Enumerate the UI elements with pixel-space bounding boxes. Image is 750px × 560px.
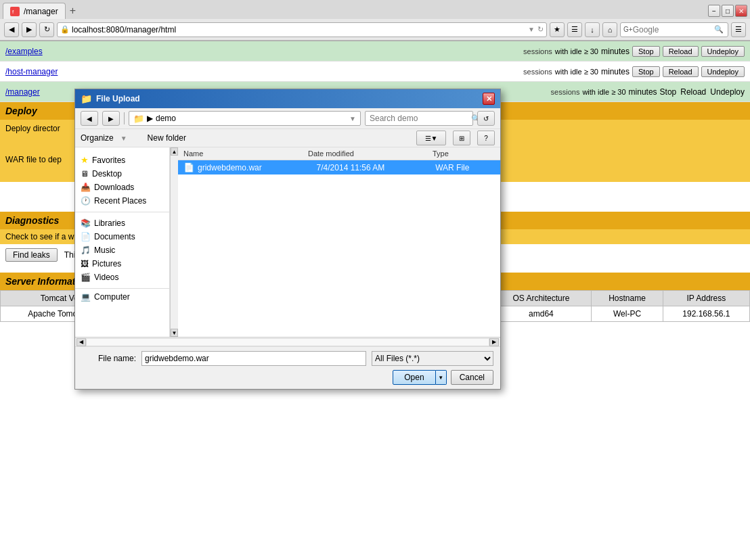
filename-input[interactable] [141, 351, 366, 366]
restore-button[interactable]: □ [722, 5, 734, 17]
cancel-button[interactable]: Cancel [451, 370, 493, 385]
tab-favicon: f [10, 7, 20, 16]
documents-icon: 📄 [81, 232, 91, 241]
help-btn[interactable]: ? [477, 131, 495, 145]
music-icon: 🎵 [81, 246, 91, 255]
sidebar-libraries-header: 📚 Libraries [75, 216, 169, 230]
sidebar-item-desktop[interactable]: 🖥 Desktop [75, 167, 169, 181]
sidebar-downloads-label: Downloads [94, 183, 134, 192]
sidebar-scrollbar[interactable]: ▲ ▼ [170, 147, 178, 337]
col-header-date[interactable]: Date modified [308, 149, 433, 158]
address-bar-container: 🔒 ▼ ↻ [57, 22, 547, 37]
sidebar-item-downloads[interactable]: 📥 Downloads [75, 181, 169, 194]
downloads-icon: 📥 [81, 183, 91, 192]
menu-button[interactable]: ☰ [731, 22, 746, 37]
sidebar-recent-label: Recent Places [94, 196, 146, 206]
search-input[interactable] [633, 25, 714, 34]
dialog-forward-button[interactable]: ▶ [102, 111, 120, 126]
sidebar-sep-2 [75, 288, 169, 289]
dialog-sidebar: ★ Favorites 🖥 Desktop 📥 Downloads [75, 147, 170, 337]
refresh-icon[interactable]: ↻ [537, 25, 544, 34]
col-header-name[interactable]: Name [183, 149, 308, 158]
filename-row: File name: All Files (*.*) [82, 351, 493, 366]
favorites-icon: ★ [81, 155, 89, 165]
close-button[interactable]: ✕ [735, 5, 747, 17]
scroll-down-btn[interactable]: ▼ [171, 329, 178, 337]
dialog-toolbar: ◀ ▶ 📁 ▶ demo ▼ 🔍 ↺ [75, 108, 500, 129]
sidebar-item-pictures[interactable]: 🖼 Pictures [75, 257, 169, 271]
dialog-overlay: 📁 File Upload ✕ ◀ ▶ 📁 ▶ demo ▼ [0, 41, 750, 560]
lock-icon: 🔒 [60, 25, 70, 34]
dialog-back-button[interactable]: ◀ [81, 111, 98, 126]
window-controls: − □ ✕ [708, 5, 747, 17]
file-name: gridwebdemo.war [198, 163, 317, 172]
back-button[interactable]: ◀ [4, 22, 19, 37]
tab-bar: f /manager + − □ ✕ [0, 0, 750, 19]
dialog-refresh-button[interactable]: ↺ [477, 111, 495, 126]
history-button[interactable]: ☰ [567, 22, 582, 37]
organize-menu[interactable]: Organize [81, 133, 114, 143]
sidebar-item-recent[interactable]: 🕐 Recent Places [75, 194, 169, 208]
favorites-section: ★ Favorites 🖥 Desktop 📥 Downloads [75, 150, 169, 210]
desktop-icon: 🖥 [81, 169, 89, 179]
address-input[interactable] [72, 25, 527, 34]
dialog-close-button[interactable]: ✕ [483, 93, 495, 105]
dialog-bottom: File name: All Files (*.*) Open ▼ Cancel [75, 346, 500, 389]
open-dropdown-button[interactable]: ▼ [436, 370, 447, 385]
horizontal-scrollbar[interactable]: ◀ ▶ [75, 337, 500, 346]
sidebar-videos-label: Videos [94, 273, 118, 282]
open-btn-group: Open ▼ [393, 370, 446, 385]
filename-label: File name: [82, 354, 136, 363]
dropdown-arrow-icon[interactable]: ▼ [528, 26, 535, 33]
minimize-button[interactable]: − [708, 5, 720, 17]
dialog-body: ★ Favorites 🖥 Desktop 📥 Downloads [75, 147, 500, 337]
nav-bar: ◀ ▶ ↻ 🔒 ▼ ↻ ★ ☰ ↓ ⌂ G+ 🔍 ☰ [0, 19, 750, 41]
recent-icon: 🕐 [81, 196, 91, 206]
new-folder-menu[interactable]: New folder [148, 133, 186, 143]
download-button[interactable]: ↓ [585, 22, 600, 37]
search-icon[interactable]: 🔍 [714, 25, 724, 34]
dialog-search-input[interactable] [370, 114, 471, 123]
new-tab-button[interactable]: + [66, 5, 80, 17]
forward-button[interactable]: ▶ [22, 22, 37, 37]
col-header-type[interactable]: Type [433, 149, 495, 158]
reload-nav-button[interactable]: ↻ [39, 22, 54, 37]
videos-icon: 🎬 [81, 273, 91, 282]
sidebar-documents-label: Documents [94, 232, 135, 241]
filetype-select[interactable]: All Files (*.*) [372, 351, 493, 366]
dialog-title-text: File Upload [96, 94, 140, 103]
dialog-action-row: Open ▼ Cancel [82, 370, 493, 385]
search-container: G+ 🔍 [620, 22, 728, 37]
file-upload-dialog: 📁 File Upload ✕ ◀ ▶ 📁 ▶ demo ▼ [74, 89, 501, 390]
sidebar-music-label: Music [94, 246, 115, 255]
libraries-section: 📚 Libraries 📄 Documents 🎵 Music [75, 214, 169, 287]
list-item[interactable]: 📄 gridwebdemo.war 7/4/2014 11:56 AM WAR … [178, 160, 500, 174]
file-icon: 📄 [183, 162, 194, 172]
dialog-menubar: Organize ▼ New folder ☰▼ ⊞ ? [75, 129, 500, 147]
dialog-search-box[interactable]: 🔍 [365, 111, 473, 126]
computer-icon: 💻 [81, 292, 91, 302]
sidebar-item-videos[interactable]: 🎬 Videos [75, 271, 169, 284]
scroll-up-btn[interactable]: ▲ [171, 147, 178, 156]
view-btn-1[interactable]: ☰▼ [416, 131, 446, 145]
libraries-icon: 📚 [81, 218, 91, 228]
bookmark-button[interactable]: ★ [550, 22, 565, 37]
home-button[interactable]: ⌂ [602, 22, 617, 37]
hscroll-left-btn[interactable]: ◀ [76, 338, 86, 346]
view-btn-2[interactable]: ⊞ [453, 131, 470, 145]
current-folder-name[interactable]: demo [156, 114, 176, 123]
sidebar-item-documents[interactable]: 📄 Documents [75, 230, 169, 243]
tab-title: /manager [24, 7, 58, 16]
browser-chrome: f /manager + − □ ✕ ◀ ▶ ↻ 🔒 ▼ ↻ ★ ☰ ↓ ⌂ G… [0, 0, 750, 41]
active-tab[interactable]: f /manager [3, 3, 66, 19]
libraries-label: Libraries [94, 218, 125, 228]
dialog-folder-icon: 📁 [81, 93, 92, 104]
hscroll-right-btn[interactable]: ▶ [489, 338, 499, 346]
open-button[interactable]: Open [393, 370, 435, 385]
sidebar-item-music[interactable]: 🎵 Music [75, 243, 169, 257]
nav-separator [124, 112, 125, 124]
hscroll-track [86, 338, 489, 346]
organize-dropdown-icon[interactable]: ▼ [120, 135, 127, 142]
sidebar-item-computer[interactable]: 💻 Computer [75, 290, 169, 304]
breadcrumb-dropdown-icon[interactable]: ▼ [349, 115, 356, 122]
